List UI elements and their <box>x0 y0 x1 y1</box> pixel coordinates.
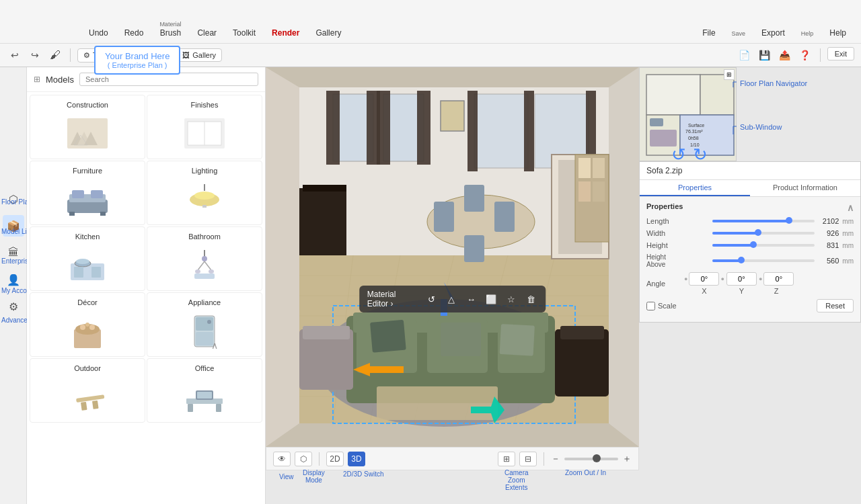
zoom-in-icon[interactable]: ＋ <box>622 453 632 465</box>
model-item-construction[interactable]: Construction <box>30 95 145 159</box>
angle-dot-z1: ● <box>759 276 762 282</box>
props-collapse-btn[interactable]: ∧ <box>211 340 218 351</box>
model-thumb-finishes <box>178 113 231 153</box>
view-3d-mode-btn[interactable]: 3D <box>348 452 365 466</box>
prop-label-height: Height <box>646 241 707 249</box>
prop-slider-height[interactable] <box>712 244 815 247</box>
menu-toolkit[interactable]: Toolkit <box>225 28 264 38</box>
label-display-mode: DisplayMode <box>303 469 325 484</box>
viewport-scene: Material Editor › ↺ △ ↔ ⬜ ☆ 🗑 <box>266 67 639 447</box>
menu-brush[interactable]: Material Brush <box>151 21 189 38</box>
svg-rect-109 <box>500 324 535 356</box>
angle-group-y: Y <box>726 272 757 295</box>
camera-zoom-fit-btn[interactable]: ⊟ <box>519 452 537 466</box>
zoom-slider[interactable] <box>564 458 618 460</box>
viewport[interactable]: Material Editor › ↺ △ ↔ ⬜ ☆ 🗑 <box>266 67 639 447</box>
model-item-kitchen-label: Kitchen <box>36 233 139 241</box>
prop-slider-length[interactable] <box>712 220 815 222</box>
svg-rect-41 <box>92 400 99 409</box>
menu-render[interactable]: Render <box>264 28 307 38</box>
menu-undo[interactable]: Undo <box>81 28 116 38</box>
angle-z-input[interactable] <box>763 272 794 286</box>
zoom-out-icon[interactable]: － <box>551 453 560 465</box>
menu-save-group[interactable]: Save <box>724 30 754 38</box>
model-item-office[interactable]: Office <box>147 358 262 423</box>
svg-text:0h58: 0h58 <box>688 136 699 140</box>
svg-rect-12 <box>72 190 84 198</box>
angle-group-z: ● Z <box>759 272 794 295</box>
model-item-construction-label: Construction <box>36 101 139 109</box>
view-eye-btn[interactable]: 👁 <box>273 452 291 466</box>
models-search-input[interactable] <box>79 73 258 86</box>
model-item-outdoor[interactable]: Outdoor <box>30 358 145 423</box>
camera-extents-btn[interactable]: ⊞ <box>498 452 515 466</box>
model-item-lighting-label: Lighting <box>153 167 256 175</box>
model-item-furniture-label: Furniture <box>36 167 139 175</box>
menu-redo[interactable]: Redo <box>116 28 152 38</box>
toolbar-help-btn[interactable]: ❓ <box>797 47 813 63</box>
toolbar-undo-btn[interactable]: ↩ <box>7 47 23 63</box>
tab-properties[interactable]: Properties <box>640 180 750 196</box>
svg-rect-86 <box>578 158 591 178</box>
props-section-collapse-btn[interactable]: ∧ <box>847 202 854 213</box>
model-item-appliance[interactable]: Appliance <box>147 292 262 357</box>
menu-clear[interactable]: Clear <box>189 28 225 38</box>
menu-export[interactable]: Export <box>753 28 793 38</box>
svg-rect-22 <box>91 267 101 278</box>
prop-label-height-above: HeightAbove <box>646 253 707 268</box>
svg-rect-11 <box>100 212 106 216</box>
menu-file[interactable]: Undo File <box>694 28 723 38</box>
svg-point-34 <box>85 323 89 327</box>
view-2d-btn[interactable]: 2D <box>326 452 344 466</box>
svg-text:76.31m²: 76.31m² <box>685 129 703 134</box>
toolbar-gallery-btn[interactable]: 🖼 Gallery <box>176 48 222 62</box>
menu-help-group[interactable]: Help <box>793 30 822 38</box>
mat-icon-copy[interactable]: ⬜ <box>484 292 498 306</box>
mat-icon-flip[interactable]: ↔ <box>465 292 478 306</box>
prop-row-height-above: HeightAbove 560 mm <box>646 253 854 268</box>
svg-rect-108 <box>441 323 481 356</box>
toolbar-brush-btn[interactable]: 🖌 <box>47 47 63 63</box>
toolbar-export-btn[interactable]: 📤 <box>777 47 793 63</box>
svg-rect-10 <box>69 212 75 216</box>
mat-icon-rotate[interactable]: ↺ <box>424 292 438 306</box>
reset-button[interactable]: Reset <box>817 299 854 312</box>
menu-gallery[interactable]: Gallery <box>307 28 349 38</box>
model-item-furniture[interactable]: Furniture <box>30 161 145 225</box>
model-item-kitchen[interactable]: Kitchen <box>30 226 145 291</box>
toolbar-redo-btn[interactable]: ↪ <box>27 47 43 63</box>
model-thumb-bathroom <box>178 245 231 285</box>
mat-icon-delete[interactable]: 🗑 <box>525 292 538 306</box>
toolbar-new-btn[interactable]: 📄 <box>737 47 753 63</box>
prop-slider-width[interactable] <box>712 232 815 235</box>
angle-x-input[interactable] <box>689 272 719 286</box>
toolbar-save-btn[interactable]: 💾 <box>757 47 773 63</box>
mat-icon-shape[interactable]: △ <box>445 292 458 306</box>
svg-rect-83 <box>464 185 484 212</box>
model-item-bathroom[interactable]: Bathroom <box>147 226 262 291</box>
model-item-decor-label: Décor <box>36 298 139 306</box>
svg-rect-69 <box>417 91 430 165</box>
angle-axis-z: Z <box>772 287 782 295</box>
svg-rect-81 <box>434 202 454 232</box>
model-item-finishes[interactable]: Finishes <box>147 95 262 159</box>
models-grid: Construction Finishes <box>27 92 265 425</box>
material-editor-popup: Material Editor › ↺ △ ↔ ⬜ ☆ 🗑 <box>359 286 546 312</box>
prop-value-width: 926 mm <box>820 229 854 237</box>
model-item-decor[interactable]: Décor <box>30 292 145 357</box>
exit-button[interactable]: Exit <box>827 47 854 60</box>
fp-nav-expand-btn[interactable]: ⊞ <box>724 69 735 80</box>
prop-slider-width-fill <box>712 232 758 235</box>
view-3d-btn[interactable]: ⬡ <box>295 452 312 466</box>
svg-rect-43 <box>188 404 193 412</box>
model-item-lighting[interactable]: Lighting <box>147 161 262 225</box>
mat-icon-star[interactable]: ☆ <box>504 292 518 306</box>
svg-rect-73 <box>524 91 534 171</box>
menu-help[interactable]: Help <box>821 28 854 38</box>
scale-checkbox[interactable] <box>646 302 655 310</box>
prop-slider-length-fill <box>712 220 789 222</box>
tab-product-information[interactable]: Product Information <box>750 180 860 196</box>
prop-slider-height-above[interactable] <box>712 259 815 262</box>
angle-y-input[interactable] <box>726 272 757 286</box>
properties-tabs: Properties Product Information ∧ <box>640 180 860 197</box>
